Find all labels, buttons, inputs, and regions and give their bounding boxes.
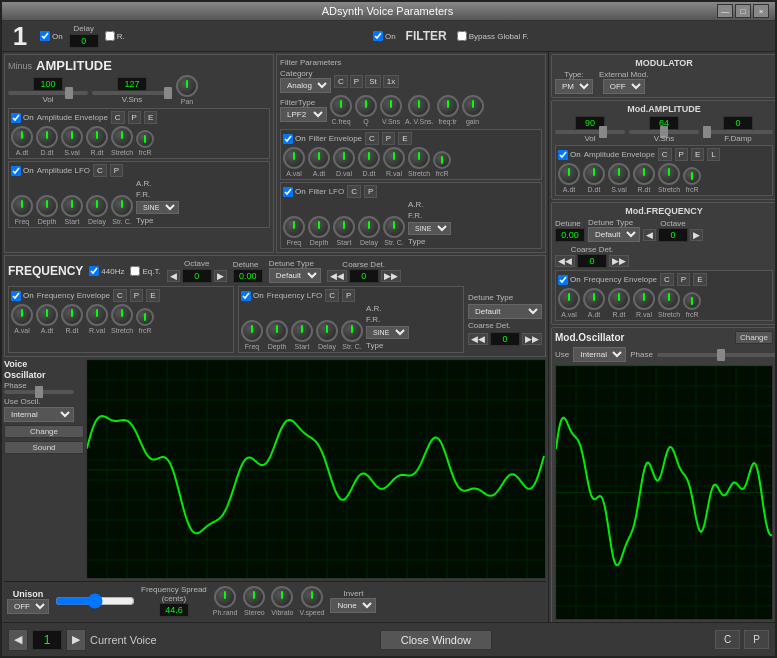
freq-spread-slider[interactable] <box>55 593 135 609</box>
filter-type-select[interactable]: LPF2HPF2 <box>280 107 327 122</box>
freq-env-c[interactable]: C <box>113 289 127 302</box>
filter-lfo-str-knob[interactable] <box>383 216 405 238</box>
filter-env-stretch-knob[interactable] <box>408 147 430 169</box>
filter-lfo-on[interactable] <box>283 187 293 197</box>
freq-lfo-depth-knob[interactable] <box>266 320 288 342</box>
freq-env-rval-knob[interactable] <box>86 304 108 326</box>
mod-freq-env-c[interactable]: C <box>660 273 674 286</box>
filter-env-on-label[interactable]: On <box>283 134 306 144</box>
invert-select[interactable]: None <box>330 598 376 613</box>
mod-freq-env-stretch-knob[interactable] <box>658 288 680 310</box>
close-btn[interactable]: × <box>753 4 769 18</box>
mod-freq-env-e[interactable]: E <box>693 273 706 286</box>
bottom-c-btn[interactable]: C <box>715 630 740 649</box>
freq-env-frcr-knob[interactable] <box>136 308 154 326</box>
unison-select[interactable]: OFF23 <box>7 599 49 614</box>
bypass-checkbox[interactable] <box>457 31 467 41</box>
amp-env-e-btn[interactable]: E <box>144 111 157 124</box>
vibrato-knob[interactable] <box>271 586 293 608</box>
amp-lfo-delay-knob[interactable] <box>86 195 108 217</box>
coarse2-down-btn[interactable]: ◀◀ <box>468 333 488 345</box>
vspeed-knob[interactable] <box>301 586 323 608</box>
amp-env-c-btn[interactable]: C <box>111 111 125 124</box>
filter-lfo-delay-knob[interactable] <box>358 216 380 238</box>
mod-type-select[interactable]: PMFMAM <box>555 79 593 94</box>
next-voice-btn[interactable]: ▶ <box>66 629 86 651</box>
coarse2-up-btn[interactable]: ▶▶ <box>522 333 542 345</box>
amp-lfo-on-label[interactable]: On <box>11 166 34 176</box>
freq-env-e[interactable]: E <box>146 289 159 302</box>
amp-env-stretch-knob[interactable] <box>111 126 133 148</box>
use-oscil-select[interactable]: Internal <box>4 407 74 422</box>
mod-amp-env-rdt-knob[interactable] <box>633 163 655 185</box>
pan-knob[interactable] <box>176 75 198 97</box>
filter-lfo-c[interactable]: C <box>347 185 361 198</box>
filter-env-c[interactable]: C <box>365 132 379 145</box>
r-checkbox-label[interactable]: R. <box>105 31 125 41</box>
filter-lfo-on-label[interactable]: On <box>283 187 306 197</box>
mod-coarse-up[interactable]: ▶▶ <box>609 255 629 267</box>
amp-env-on-label[interactable]: On <box>11 113 34 123</box>
filter-env-adt-knob[interactable] <box>308 147 330 169</box>
mod-amp-env-on[interactable] <box>558 150 568 160</box>
filter-env-e[interactable]: E <box>398 132 411 145</box>
freq-lfo-type[interactable]: SINE <box>366 326 409 339</box>
amp-lfo-p-btn[interactable]: P <box>110 164 123 177</box>
r-checkbox[interactable] <box>105 31 115 41</box>
filter-on-checkbox[interactable] <box>373 31 383 41</box>
filter-on-checkbox-label[interactable]: On <box>373 31 396 41</box>
coarse-up-btn[interactable]: ▶▶ <box>381 270 401 282</box>
amp-env-p-btn[interactable]: P <box>128 111 141 124</box>
octave-up-btn[interactable]: ▶ <box>214 270 227 282</box>
mod-detune-type-select[interactable]: Default <box>588 227 640 242</box>
amp-env-adt-knob[interactable] <box>11 126 33 148</box>
ext-mod-select[interactable]: OFF <box>603 79 645 94</box>
mod-amp-env-frcr-knob[interactable] <box>683 167 701 185</box>
coarse-down-btn[interactable]: ◀◀ <box>327 270 347 282</box>
bottom-p-btn[interactable]: P <box>744 630 769 649</box>
amp-lfo-start-knob[interactable] <box>61 195 83 217</box>
freq-env-on[interactable] <box>11 291 21 301</box>
filter-env-rval-knob[interactable] <box>383 147 405 169</box>
freq-env-adt-knob[interactable] <box>36 304 58 326</box>
amp-lfo-depth-knob[interactable] <box>36 195 58 217</box>
freq-lfo-freq-knob[interactable] <box>241 320 263 342</box>
filter-vsns-knob[interactable] <box>380 95 402 117</box>
mod-freq-env-adt-knob[interactable] <box>583 288 605 310</box>
filter-env-frcr-knob[interactable] <box>433 151 451 169</box>
mod-freq-env-on[interactable] <box>558 275 568 285</box>
mod-amp-env-stretch-knob[interactable] <box>658 163 680 185</box>
filter-lfo-type[interactable]: SINE <box>408 222 451 235</box>
amp-lfo-str-knob[interactable] <box>111 195 133 217</box>
filter-lfo-depth-knob[interactable] <box>308 216 330 238</box>
freq-eqt-label[interactable]: Eq.T. <box>130 266 160 276</box>
sound-btn[interactable]: Sound <box>4 441 84 454</box>
filter-gain-knob[interactable] <box>462 95 484 117</box>
mod-use-select[interactable]: Internal <box>573 347 626 362</box>
amp-env-frcr-knob[interactable] <box>136 130 154 148</box>
freq-lfo-c[interactable]: C <box>325 289 339 302</box>
stereo-knob[interactable] <box>243 586 265 608</box>
mod-osc-change-btn[interactable]: Change <box>735 331 773 344</box>
window-buttons[interactable]: — □ × <box>717 4 769 18</box>
maximize-btn[interactable]: □ <box>735 4 751 18</box>
amp-lfo-c-btn[interactable]: C <box>93 164 107 177</box>
mod-phase-slider[interactable] <box>657 353 775 357</box>
amp-lfo-on[interactable] <box>11 166 21 176</box>
amp-env-on[interactable] <box>11 113 21 123</box>
detune-type-select[interactable]: Default <box>269 268 321 283</box>
mod-freq-env-aval-knob[interactable] <box>558 288 580 310</box>
freq-440-checkbox[interactable] <box>89 266 99 276</box>
filter-c-btn[interactable]: C <box>334 75 348 88</box>
filter-env-on[interactable] <box>283 134 293 144</box>
mod-octave-down[interactable]: ◀ <box>643 229 656 241</box>
filter-category-select[interactable]: Analog <box>280 78 331 93</box>
freq-env-aval-knob[interactable] <box>11 304 33 326</box>
mod-freq-env-p[interactable]: P <box>677 273 690 286</box>
amp-lfo-freq-knob[interactable] <box>11 195 33 217</box>
freq-lfo-str-knob[interactable] <box>341 320 363 342</box>
freq-440-label[interactable]: 440Hz <box>89 266 124 276</box>
freq-lfo-delay-knob[interactable] <box>316 320 338 342</box>
mod-freq-env-rval-knob[interactable] <box>633 288 655 310</box>
filter-freqtr-knob[interactable] <box>437 95 459 117</box>
